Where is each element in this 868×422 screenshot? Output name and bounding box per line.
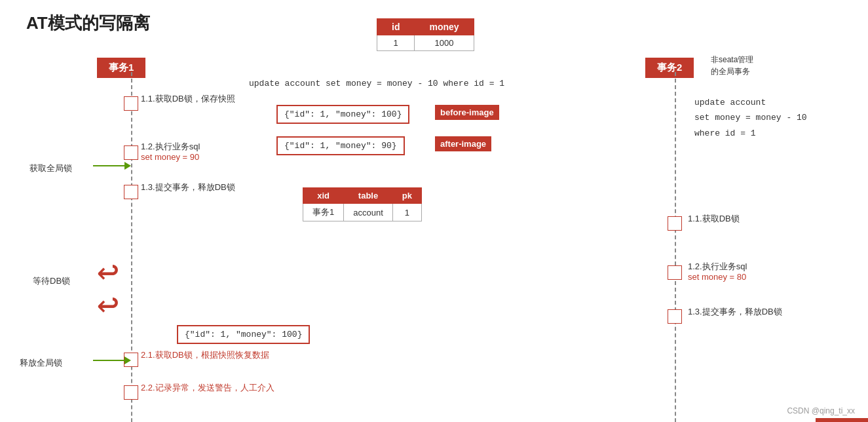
get-global-lock-arrow	[93, 165, 126, 166]
before-image-box: {"id": 1, "money": 100}	[276, 105, 409, 124]
after-image-label: after-image	[435, 136, 491, 151]
get-global-lock-label: 获取全局锁	[29, 163, 72, 174]
lock-table-header-xid: xid	[303, 188, 344, 204]
page-title: AT模式的写隔离	[26, 12, 150, 35]
tx2-step3-block	[668, 309, 682, 324]
tx1-vline	[131, 72, 132, 422]
lock-table-cell-xid: 事务1	[303, 204, 344, 221]
red-spiral-2: ↩	[97, 288, 119, 325]
bottom-bar	[816, 418, 868, 422]
before-image-label: before-image	[435, 105, 499, 120]
tx2-step1-label: 1.1.获取DB锁	[688, 213, 740, 225]
csdn-label: CSDN @qing_ti_xx	[787, 406, 855, 415]
snapshot-box: {"id": 1, "money": 100}	[177, 325, 310, 344]
db-table-header-money: money	[415, 19, 474, 35]
tx2-step3-label: 1.3.提交事务，释放DB锁	[688, 306, 782, 318]
tx1-step3-label: 1.3.提交事务，释放DB锁	[141, 182, 235, 193]
tx2-box: 事务2	[645, 58, 694, 78]
tx1-step22-block	[124, 385, 138, 400]
tx2-step2-block	[668, 265, 682, 280]
tx2-sql: update account set money = money - 10 wh…	[694, 95, 807, 141]
tx1-step1-block	[124, 96, 138, 111]
tx1-step2-label: 1.2.执行业务sql	[141, 141, 200, 153]
lock-table-cell-table: account	[344, 204, 393, 221]
after-image-box: {"id": 1, "money": 90}	[276, 136, 405, 155]
lock-table-cell-pk: 1	[392, 204, 421, 221]
tx2-step1-block	[668, 216, 682, 231]
tx1-step21-label: 2.1.获取DB锁，根据快照恢复数据	[141, 349, 269, 361]
tx1-step2-block	[124, 145, 138, 160]
tx2-step2-sql: set money = 80	[688, 272, 746, 282]
release-global-lock-label: 释放全局锁	[20, 357, 62, 369]
db-table-header-id: id	[377, 19, 415, 35]
tx1-step2-sql: set money = 90	[141, 152, 199, 162]
tx2-step2-label: 1.2.执行业务sql	[688, 261, 747, 273]
lock-table-header-pk: pk	[392, 188, 421, 204]
release-global-lock-arrow	[93, 360, 126, 361]
tx1-step22-label: 2.2.记录异常，发送警告，人工介入	[141, 382, 274, 394]
top-sql: update account set money = money - 10 wh…	[249, 77, 504, 90]
db-table-cell-id: 1	[377, 35, 415, 51]
tx1-step3-block	[124, 185, 138, 199]
lock-table-header-table: table	[344, 188, 393, 204]
tx2-note: 非seata管理 的全局事务	[711, 54, 753, 77]
tx2-vline	[675, 72, 676, 422]
lock-table: xid table pk 事务1 account 1	[303, 187, 422, 221]
db-table-cell-money: 1000	[415, 35, 474, 51]
wait-db-lock-label: 等待DB锁	[33, 275, 70, 287]
db-table: id money 1 1000	[377, 18, 474, 51]
tx1-box: 事务1	[97, 58, 145, 78]
tx1-step1-label: 1.1.获取DB锁，保存快照	[141, 93, 235, 105]
